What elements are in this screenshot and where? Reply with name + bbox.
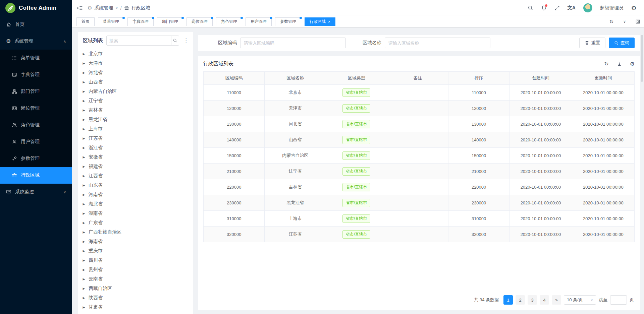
caret-right-icon[interactable]: ▶ bbox=[82, 52, 86, 56]
table-row[interactable]: 320000 江苏省 省市/直辖市 320000 2020-10-01 00:0… bbox=[204, 227, 635, 242]
caret-right-icon[interactable]: ▶ bbox=[82, 99, 86, 103]
tree-item[interactable]: ▶ 云南省 bbox=[82, 274, 193, 284]
table-row[interactable]: 110000 北京市 省市/直辖市 110000 2020-10-01 00:0… bbox=[204, 85, 635, 101]
density-icon[interactable] bbox=[617, 61, 622, 66]
kebab-menu-icon[interactable]: ⋮ bbox=[182, 37, 190, 44]
caret-right-icon[interactable]: ▶ bbox=[82, 109, 86, 112]
tree-item[interactable]: ▶ 江苏省 bbox=[82, 134, 193, 143]
sidebar-item-param-mgmt[interactable]: 参数管理 bbox=[0, 150, 72, 167]
tree-item[interactable]: ▶ 辽宁省 bbox=[82, 96, 193, 106]
caret-right-icon[interactable]: ▶ bbox=[82, 268, 86, 271]
tree-item[interactable]: ▶ 河南省 bbox=[82, 190, 193, 199]
caret-right-icon[interactable]: ▶ bbox=[82, 193, 86, 196]
table-row[interactable]: 210000 辽宁省 省市/直辖市 210000 2020-10-01 00:0… bbox=[204, 164, 635, 179]
settings-gear-icon[interactable]: ⚙ bbox=[630, 61, 635, 67]
region-code-input[interactable] bbox=[240, 38, 346, 48]
caret-right-icon[interactable]: ▶ bbox=[82, 137, 86, 140]
tree-item[interactable]: ▶ 陕西省 bbox=[82, 293, 193, 303]
caret-right-icon[interactable]: ▶ bbox=[82, 240, 86, 243]
tree-item[interactable]: ▶ 四川省 bbox=[82, 256, 193, 265]
sidebar-item-post-mgmt[interactable]: 岗位管理 bbox=[0, 100, 72, 117]
tree-item[interactable]: ▶ 江西省 bbox=[82, 171, 193, 181]
tree-item[interactable]: ▶ 湖南省 bbox=[82, 209, 193, 218]
page-number-button[interactable]: 3 bbox=[528, 295, 537, 305]
caret-right-icon[interactable]: ▶ bbox=[82, 249, 86, 253]
caret-right-icon[interactable]: ▶ bbox=[82, 231, 86, 234]
sidebar-item-region[interactable]: 行政区域 bbox=[0, 167, 72, 184]
tree-item[interactable]: ▶ 广西壮族自治区 bbox=[82, 228, 193, 237]
tree-item[interactable]: ▶ 福建省 bbox=[82, 162, 193, 171]
tree-item[interactable]: ▶ 海南省 bbox=[82, 237, 193, 246]
chevron-down-icon[interactable]: ∨ bbox=[618, 16, 631, 27]
next-page-button[interactable]: > bbox=[552, 295, 561, 305]
tree-item[interactable]: ▶ 安徽省 bbox=[82, 152, 193, 162]
page-number-button[interactable]: 2 bbox=[516, 295, 525, 305]
table-row[interactable]: 150000 内蒙古自治区 省市/直辖市 150000 2020-10-01 0… bbox=[204, 148, 635, 164]
table-row[interactable]: 230000 黑龙江省 省市/直辖市 230000 2020-10-01 00:… bbox=[204, 195, 635, 211]
tree-item[interactable]: ▶ 河北省 bbox=[82, 68, 193, 77]
page-tab[interactable]: 首页 bbox=[76, 17, 95, 26]
tree-item[interactable]: ▶ 天津市 bbox=[82, 59, 193, 68]
page-tab[interactable]: 用户管理 bbox=[246, 17, 272, 26]
sidebar-collapse-icon[interactable] bbox=[77, 5, 83, 11]
tree-item[interactable]: ▶ 北京市 bbox=[82, 49, 193, 59]
caret-right-icon[interactable]: ▶ bbox=[82, 221, 86, 225]
caret-right-icon[interactable]: ▶ bbox=[82, 306, 86, 309]
caret-right-icon[interactable]: ▶ bbox=[82, 287, 86, 290]
sidebar-item-role-mgmt[interactable]: 角色管理 bbox=[0, 117, 72, 133]
settings-gear-icon[interactable]: ⚙ bbox=[631, 5, 637, 11]
tree-item[interactable]: ▶ 山东省 bbox=[82, 181, 193, 190]
scrollbar-thumb[interactable] bbox=[641, 35, 643, 82]
tree-item[interactable]: ▶ 吉林省 bbox=[82, 106, 193, 115]
page-tab[interactable]: 菜单管理 bbox=[98, 17, 124, 26]
sidebar-item-dept-mgmt[interactable]: 部门管理 bbox=[0, 83, 72, 100]
sidebar-item-system[interactable]: ⚙ 系统管理 ∧ bbox=[0, 33, 72, 50]
jump-page-input[interactable] bbox=[610, 295, 627, 305]
tab-close-icon[interactable]: × bbox=[328, 20, 330, 24]
page-number-button[interactable]: 4 bbox=[540, 295, 549, 305]
region-search-input[interactable] bbox=[107, 38, 171, 43]
caret-right-icon[interactable]: ▶ bbox=[82, 259, 86, 262]
maximize-icon[interactable] bbox=[631, 16, 644, 27]
caret-right-icon[interactable]: ▶ bbox=[82, 155, 86, 159]
user-avatar[interactable] bbox=[583, 3, 592, 12]
translate-icon[interactable]: 文A bbox=[568, 5, 576, 11]
query-button[interactable]: 查询 bbox=[609, 38, 635, 48]
tree-item[interactable]: ▶ 上海市 bbox=[82, 124, 193, 134]
tree-item[interactable]: ▶ 西藏自治区 bbox=[82, 284, 193, 293]
caret-right-icon[interactable]: ▶ bbox=[82, 80, 86, 84]
search-icon[interactable] bbox=[171, 36, 179, 45]
refresh-icon[interactable]: ↻ bbox=[605, 16, 618, 27]
page-size-select[interactable]: 10 条/页 ∨ bbox=[564, 295, 596, 305]
table-row[interactable]: 140000 山西省 省市/直辖市 140000 2020-10-01 00:0… bbox=[204, 132, 635, 148]
caret-right-icon[interactable]: ▶ bbox=[82, 277, 86, 281]
caret-right-icon[interactable]: ▶ bbox=[82, 127, 86, 131]
table-row[interactable]: 120000 天津市 省市/直辖市 120000 2020-10-01 00:0… bbox=[204, 101, 635, 116]
notification-bell-icon[interactable] bbox=[541, 5, 547, 11]
caret-right-icon[interactable]: ▶ bbox=[82, 212, 86, 215]
tree-item[interactable]: ▶ 重庆市 bbox=[82, 246, 193, 256]
caret-right-icon[interactable]: ▶ bbox=[82, 146, 86, 149]
tree-item[interactable]: ▶ 湖北省 bbox=[82, 199, 193, 209]
caret-right-icon[interactable]: ▶ bbox=[82, 296, 86, 300]
page-tab[interactable]: 行政区域 × bbox=[305, 17, 335, 26]
table-row[interactable]: 310000 上海市 省市/直辖市 310000 2020-10-01 00:0… bbox=[204, 211, 635, 227]
tree-item[interactable]: ▶ 青海省 bbox=[82, 312, 193, 314]
page-tab[interactable]: 角色管理 bbox=[216, 17, 242, 26]
caret-right-icon[interactable]: ▶ bbox=[82, 90, 86, 93]
tree-item[interactable]: ▶ 贵州省 bbox=[82, 265, 193, 274]
tree-item[interactable]: ▶ 广东省 bbox=[82, 218, 193, 228]
caret-right-icon[interactable]: ▶ bbox=[82, 184, 86, 187]
fullscreen-icon[interactable] bbox=[554, 5, 560, 11]
caret-right-icon[interactable]: ▶ bbox=[82, 202, 86, 206]
page-tab[interactable]: 参数管理 bbox=[275, 17, 301, 26]
reset-button[interactable]: 重置 bbox=[579, 38, 605, 48]
table-row[interactable]: 130000 河北省 省市/直辖市 130000 2020-10-01 00:0… bbox=[204, 116, 635, 132]
tree-item[interactable]: ▶ 甘肃省 bbox=[82, 303, 193, 312]
sidebar-item-dict-mgmt[interactable]: 字典管理 bbox=[0, 66, 72, 83]
table-row[interactable]: 220000 吉林省 省市/直辖市 220000 2020-10-01 00:0… bbox=[204, 179, 635, 195]
sidebar-item-monitor[interactable]: 系统监控 ∨ bbox=[0, 184, 72, 200]
caret-right-icon[interactable]: ▶ bbox=[82, 165, 86, 168]
caret-right-icon[interactable]: ▶ bbox=[82, 174, 86, 178]
page-number-button[interactable]: 1 bbox=[503, 295, 513, 305]
